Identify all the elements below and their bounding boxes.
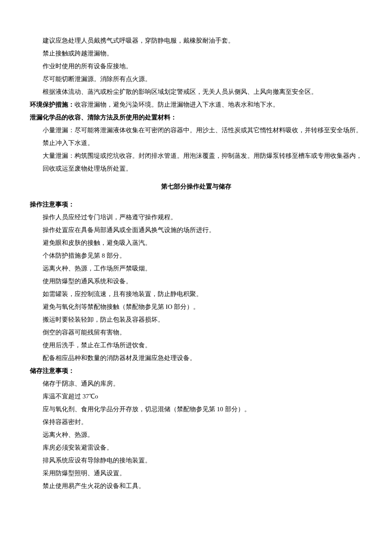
operation-line-0: 操作人员应经过专门培训，严格遵守操作规程。 (30, 211, 362, 224)
operation-line-2: 避免眼和皮肤的接触，避免吸入蒸汽。 (30, 236, 362, 249)
storage-line-1: 库温不宜超过 37℃o (30, 390, 362, 403)
env-protection-row: 环境保护措施：收容泄漏物，避免污染环境。防止泄漏物进入下水道、地表水和地下水。 (30, 98, 362, 111)
operation-line-7: 避免与氧化剂等禁配物接触（禁配物参见第 IO 部分）。 (30, 300, 362, 313)
operation-line-11: 配备相应品种和数量的消防器材及泄漏应急处理设备。 (30, 352, 362, 364)
operation-line-5: 使用防爆型的通风系统和设备。 (30, 275, 362, 288)
personal-protection-line-1: 禁止接触或跨越泄漏物。 (30, 47, 362, 60)
personal-protection-line-3: 尽可能切断泄漏源。消除所有点火源。 (30, 73, 362, 85)
section-7-title: 第七部分操作处置与储存 (30, 180, 362, 193)
operation-line-9: 倒空的容器可能残留有害物。 (30, 326, 362, 339)
personal-protection-line-2: 作业时使用的所有设备应接地。 (30, 60, 362, 73)
storage-line-7: 采用防爆型照明、通风设置。 (30, 467, 362, 479)
storage-line-6: 排风系统应设有导除静电的接地装置。 (30, 454, 362, 467)
storage-label: 储存注意事项： (30, 364, 362, 377)
personal-protection-line-4: 根据液体流动、蒸汽或粉尘扩散的影响区域划定警戒区，无关人员从侧风、上风向撤离至安… (30, 85, 362, 98)
spill-cleanup-large: 大量泄漏：构筑围堤或挖坑收容。封闭排水管道。用泡沫覆盖，抑制蒸发。用防爆泵转移至… (30, 149, 362, 175)
env-protection-text: 收容泄漏物，避免污染环境。防止泄漏物进入下水道、地表水和地下水。 (75, 101, 279, 108)
storage-line-2: 应与氧化剂、食用化学品分开存放，切忌混储（禁配物参见第 10 部分）。 (30, 403, 362, 416)
env-protection-label: 环境保护措施： (30, 101, 75, 108)
storage-line-4: 远离火种、热源。 (30, 428, 362, 441)
storage-line-5: 库房必须安装避雷设备。 (30, 441, 362, 454)
operation-label: 操作注意事项： (30, 198, 362, 211)
operation-line-4: 远离火种、热源，工作场所严禁吸烟。 (30, 262, 362, 275)
spill-cleanup-label: 泄漏化学品的收容、清除方法及所使用的处置材料： (30, 111, 362, 124)
operation-line-3: 个体防护措施参见第 8 部分。 (30, 249, 362, 262)
operation-line-10: 使用后洗手，禁止在工作场所进饮食。 (30, 339, 362, 352)
storage-line-0: 储存于阴凉、通风的库房。 (30, 377, 362, 390)
storage-line-8: 禁止使用易产生火花的设备和工具。 (30, 479, 362, 492)
personal-protection-line-0: 建议应急处理人员戴携气式呼吸器，穿防静电服，戴橡胶耐油手套。 (30, 34, 362, 47)
storage-line-3: 保持容器密封。 (30, 416, 362, 428)
spill-cleanup-small: 小量泄漏：尽可能将泄漏液体收集在可密闭的容器中。用沙土、活性炭或其它惰性材料吸收… (30, 124, 362, 149)
operation-line-8: 搬运时要轻装轻卸，防止包装及容器损坏。 (30, 313, 362, 326)
operation-line-1: 操作处置应在具备局部通风或全面通风换气设施的场所进行。 (30, 224, 362, 236)
operation-line-6: 如需罐装，应控制流速，且有接地装置，防止静电积聚。 (30, 288, 362, 300)
